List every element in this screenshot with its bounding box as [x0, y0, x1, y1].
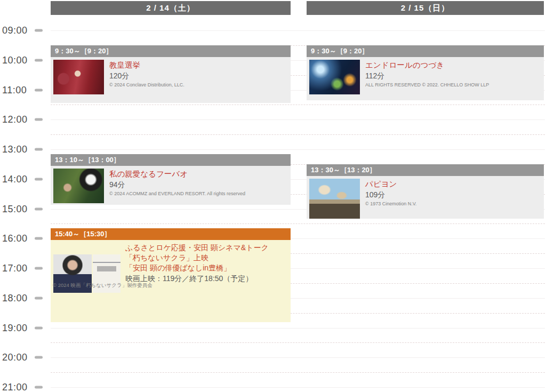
gridline-half-hour: [51, 223, 545, 224]
movie-title-link[interactable]: パピヨン: [365, 179, 397, 189]
time-label: 19:00: [0, 322, 28, 333]
time-row: 09:00: [0, 25, 50, 36]
show-card-endroll: 9：30～［9：20］ エンドロールのつづき 112分 ALL RIGHTS R…: [307, 45, 544, 100]
event-card-kuchinai-sakura: 15:40～［15:30］ ふるさとロケ応援・安田 顕シネマ&トーク 「朽ちない…: [51, 228, 291, 322]
movie-copyright: ALL RIGHTS RESERVED © 2022. CHHELLO SHOW…: [365, 82, 489, 87]
hour-tick-icon: [35, 89, 43, 91]
show-time-header: 13：30～［13：20］: [307, 164, 544, 176]
gridline-hour: [51, 149, 545, 150]
time-row: 12:00: [0, 114, 50, 125]
movie-title-link[interactable]: エンドロールのつづき: [365, 60, 444, 70]
show-card-body: エンドロールのつづき 112分 ALL RIGHTS RESERVED © 20…: [307, 57, 544, 100]
show-card-body: パピヨン 109分 © 1973 Cinemotion N.V.: [307, 176, 544, 219]
day-header-sat: 2 / 14（土）: [51, 1, 291, 15]
time-label: 13:00: [0, 144, 28, 155]
time-label: 11:00: [0, 84, 27, 95]
time-label: 14:00: [0, 173, 28, 185]
time-row: 17:00: [0, 263, 50, 274]
hour-tick-icon: [35, 267, 43, 270]
hour-tick-icon: [35, 29, 43, 32]
movie-title-link[interactable]: 教皇選挙: [109, 60, 140, 70]
movie-copyright: © 1973 Cinemotion N.V.: [365, 201, 416, 206]
hour-tick-icon: [35, 356, 43, 359]
movie-thumbnail[interactable]: [309, 60, 360, 94]
gridline-half-hour: [51, 105, 545, 105]
time-label: 17:00: [0, 263, 28, 274]
time-row: 11:00: [0, 84, 50, 95]
event-time-header: 15:40～［15:30］: [51, 228, 291, 240]
time-row: 10:00: [0, 54, 50, 66]
gridline-half-hour: [51, 372, 545, 373]
movie-copyright: © 2024 ACOMMZ and EVERLAND RESORT. All r…: [109, 191, 245, 196]
movie-duration: 112分: [365, 71, 384, 81]
show-card-conclave: 9：30～［9：20］ 教皇選挙 120分 © 2024 Conclave Di…: [51, 45, 291, 103]
time-label: 09:00: [0, 25, 28, 36]
day-header-sun: 2 / 15（日）: [307, 1, 544, 15]
hour-tick-icon: [35, 297, 43, 299]
hour-tick-icon: [35, 148, 43, 151]
time-label: 18:00: [0, 292, 28, 303]
gridline-hour: [51, 357, 545, 358]
movie-copyright: © 2024 Conclave Distribution, LLC.: [109, 82, 184, 87]
hour-tick-icon: [35, 326, 43, 329]
time-row: 16:00: [0, 233, 50, 244]
gridline-hour: [51, 30, 545, 31]
show-card-fubao: 13：10～［13：00］ 私の親愛なるフーバオ 94分 © 2024 ACOM…: [51, 154, 291, 205]
movie-thumbnail[interactable]: [53, 60, 104, 94]
event-title-line-3[interactable]: 「安田 顕の俳優ばなしin豊橋」: [125, 263, 231, 273]
time-row: 15:00: [0, 203, 50, 214]
movie-thumbnail[interactable]: [53, 169, 104, 203]
hour-tick-icon: [35, 118, 43, 121]
event-card-body: ふるさとロケ応援・安田 顕シネマ&トーク 「朽ちないサクラ」上映 「安田 顕の俳…: [51, 240, 291, 322]
time-label: 16:00: [0, 233, 28, 244]
cinema-timetable-page: 2 / 14（土） 2 / 15（日） 09:00 10:00 11:00 12…: [0, 0, 546, 392]
movie-duration: 120分: [109, 71, 129, 81]
show-card-body: 私の親愛なるフーバオ 94分 © 2024 ACOMMZ and EVERLAN…: [51, 166, 291, 205]
hour-tick-icon: [35, 178, 43, 180]
event-title-line-1[interactable]: ふるさとロケ応援・安田 顕シネマ&トーク: [125, 243, 269, 253]
time-row: 13:00: [0, 144, 50, 155]
show-card-body: 教皇選挙 120分 © 2024 Conclave Distribution, …: [51, 57, 291, 103]
time-row: 20:00: [0, 352, 50, 363]
time-row: 21:00: [0, 382, 50, 392]
time-label: 20:00: [0, 352, 28, 363]
gridline-half-hour: [51, 342, 545, 343]
hour-tick-icon: [35, 386, 43, 389]
movie-duration: 94分: [109, 180, 125, 190]
show-time-header: 13：10～［13：00］: [51, 154, 291, 166]
gridline-half-hour: [51, 134, 545, 135]
time-row: 14:00: [0, 173, 50, 185]
hour-tick-icon: [35, 207, 43, 210]
time-label: 21:00: [0, 382, 28, 392]
time-label: 12:00: [0, 114, 28, 125]
show-time-header: 9：30～［9：20］: [307, 45, 544, 57]
time-label: 10:00: [0, 54, 28, 66]
gridline-hour: [51, 387, 545, 388]
show-card-papillon: 13：30～［13：20］ パピヨン 109分 © 1973 Cinemotio…: [307, 164, 544, 219]
hour-tick-icon: [35, 59, 43, 61]
movie-duration: 109分: [365, 190, 385, 200]
gridline-hour: [51, 328, 545, 329]
show-time-header: 9：30～［9：20］: [51, 45, 291, 57]
event-copyright: © 2024 映画「朽ちないサクラ」製作委員会: [53, 282, 152, 289]
movie-thumbnail[interactable]: [309, 179, 360, 219]
event-title-line-2[interactable]: 「朽ちないサクラ」上映: [125, 253, 208, 263]
time-label: 15:00: [0, 203, 28, 214]
time-row: 19:00: [0, 322, 50, 333]
movie-title-link[interactable]: 私の親愛なるフーバオ: [109, 169, 188, 179]
gridline-hour: [51, 119, 545, 120]
time-row: 18:00: [0, 292, 50, 303]
hour-tick-icon: [35, 237, 43, 240]
